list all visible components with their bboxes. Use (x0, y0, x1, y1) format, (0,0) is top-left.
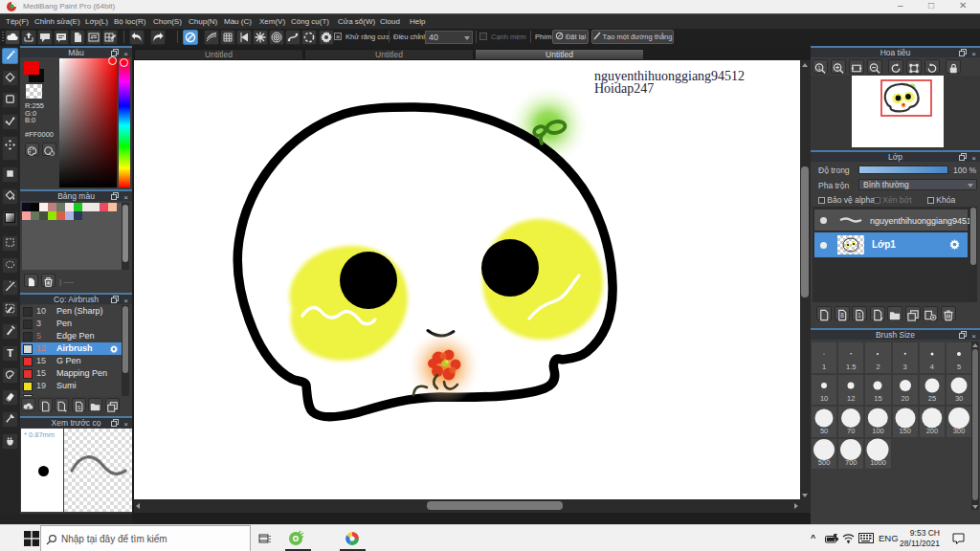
svg-text:1: 1 (858, 312, 861, 319)
svg-text:8: 8 (840, 312, 844, 319)
svg-text:1: 1 (818, 65, 821, 71)
svg-text:S: S (77, 405, 80, 410)
